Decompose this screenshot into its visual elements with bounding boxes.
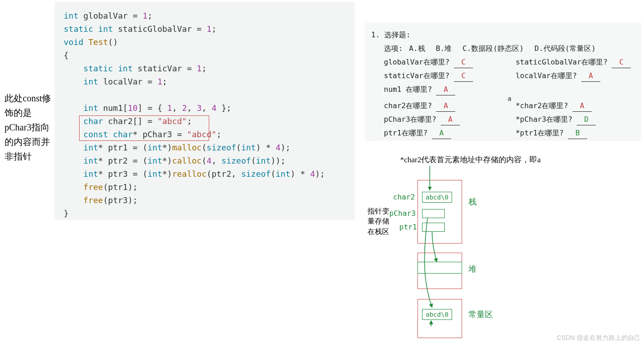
num: 3: [197, 103, 202, 113]
kw-int: int: [147, 143, 162, 152]
code-text: (: [201, 156, 206, 165]
fn-name: Test: [88, 37, 108, 47]
code-text: ,: [211, 156, 221, 165]
code-text: * pChar3 =: [133, 130, 187, 139]
opt-a: A.栈: [409, 44, 425, 53]
ans-9: D: [582, 116, 590, 123]
kw-static-int: static int: [64, 24, 113, 34]
code-text: (: [251, 156, 256, 165]
code-text: globalVar =: [79, 11, 143, 20]
left-annotation: 此处const修饰的是pChar3指向的内容而并非指针: [5, 91, 55, 164]
str: "abcd": [187, 130, 216, 139]
code-text: * ptr3 = (: [98, 169, 147, 179]
code-text: );: [315, 169, 325, 179]
q-star-pchar3: *pChar3在哪里?: [516, 115, 573, 124]
code-text: staticVar =: [133, 64, 197, 73]
num: 1: [167, 103, 172, 113]
mem-pchar3-cell: [422, 209, 445, 218]
mem-const-cell: abcd\0: [422, 309, 452, 320]
code-text: (): [108, 37, 118, 47]
q-ptr1: ptr1在哪里?: [384, 129, 428, 137]
q-staticglobalvar: staticGlobalVar在哪里?: [516, 58, 608, 66]
code-text: };: [216, 103, 231, 113]
q-staticvar: staticVar在哪里?: [384, 71, 449, 80]
ans-8: A: [446, 116, 454, 123]
code-text: staticGlobalVar =: [113, 24, 206, 34]
num: 1: [142, 11, 147, 20]
ans-1: C: [459, 59, 468, 65]
num: 4: [310, 169, 315, 179]
q-pchar3: pChar3在哪里?: [384, 115, 436, 124]
diagram-top-note: *char2代表首元素地址中存储的内容，即a: [400, 155, 541, 165]
kw-int: int: [64, 103, 98, 113]
kw-int: int: [64, 11, 79, 20]
ans-2: C: [617, 59, 625, 65]
str: "abcd": [157, 116, 187, 126]
code-text: ;: [187, 116, 192, 126]
code-text: ,: [202, 103, 212, 113]
code-text: ] = {: [138, 103, 167, 113]
code-text: ) *: [256, 143, 276, 152]
code-text: *): [162, 156, 172, 165]
mem-ptr1-cell: [422, 223, 445, 232]
code-block: int globalVar = 1; static int staticGlob…: [55, 2, 355, 220]
code-text: ;: [201, 64, 206, 73]
label-pchar3: pChar3: [389, 209, 416, 218]
kw-int: int: [64, 156, 98, 165]
num: 1: [157, 77, 162, 86]
code-text: ,: [187, 103, 197, 113]
code-text: {: [64, 50, 69, 60]
fn-free: free: [83, 182, 103, 192]
quiz-number: 1.: [371, 30, 380, 39]
q-star-char2: *char2在哪里?: [516, 101, 568, 110]
quiz-title: 选择题:: [384, 30, 411, 39]
code-text: ));: [271, 156, 286, 165]
code-text: *): [162, 143, 172, 152]
q-localvar: localVar在哪里?: [516, 71, 577, 80]
tiny-a-note: a: [508, 92, 511, 105]
code-text: ,: [172, 103, 182, 113]
code-text: (: [271, 169, 276, 179]
fn-realloc: realloc: [172, 169, 206, 179]
num: 4: [206, 156, 211, 165]
num: 1: [197, 64, 202, 73]
ans-10: A: [438, 130, 446, 136]
kw-int: int: [147, 169, 162, 179]
code-text: num1[: [98, 103, 128, 113]
num: 1: [206, 24, 211, 34]
code-text: ) *: [291, 169, 310, 179]
code-text: * ptr2 = (: [98, 156, 147, 165]
code-text: ;: [162, 77, 167, 86]
watermark: CSDN @走在努力路上的自己: [557, 334, 640, 342]
region-heap-label: 堆: [468, 264, 477, 274]
code-text: [64, 182, 83, 192]
pointer-storage-note: 指针变量存储在栈区: [367, 206, 391, 237]
code-text: );: [281, 143, 291, 152]
kw-sizeof: sizeof: [206, 143, 236, 152]
q-num1: num1 在哪里?: [384, 85, 432, 94]
code-text: * ptr1 = (: [98, 143, 147, 152]
kw-int: int: [241, 143, 256, 152]
code-text: }: [64, 209, 69, 218]
opt-b: B.堆: [436, 44, 452, 53]
options-label: 选项:: [384, 44, 403, 53]
fn-calloc: calloc: [172, 156, 201, 165]
kw-const-char: const char: [64, 130, 133, 139]
fn-malloc: malloc: [172, 143, 201, 152]
kw-int: int: [64, 169, 98, 179]
kw-int: int: [64, 143, 98, 152]
kw-int: int: [276, 169, 291, 179]
code-text: ;: [211, 24, 216, 34]
code-text: [64, 195, 83, 205]
num: 4: [211, 103, 216, 113]
kw-int: int: [256, 156, 271, 165]
code-text: ;: [147, 11, 152, 20]
kw-int: int: [64, 77, 98, 86]
q-globalvar: globalVar在哪里?: [384, 58, 449, 66]
num: 10: [128, 103, 138, 113]
kw-int: int: [147, 156, 162, 165]
ans-3: C: [459, 73, 468, 79]
fn-free: free: [83, 195, 103, 205]
code-text: [83, 37, 88, 47]
kw-sizeof: sizeof: [241, 169, 271, 179]
